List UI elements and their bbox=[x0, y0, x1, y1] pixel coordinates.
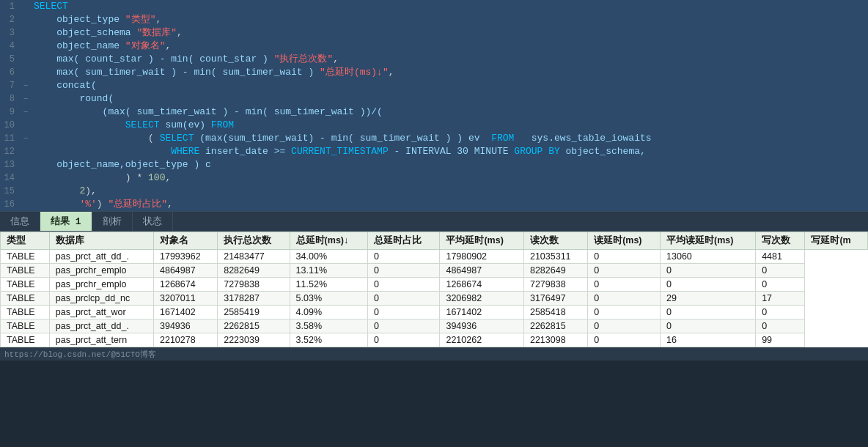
table-cell: 0 bbox=[368, 333, 440, 347]
table-cell: 4864987 bbox=[440, 264, 524, 278]
table-row: TABLEpas_prct_att_dd_.179939622148347734… bbox=[1, 250, 868, 264]
line-content: object_schema "数据库", bbox=[31, 26, 868, 40]
table-cell: 2223039 bbox=[218, 333, 290, 347]
line-number: 14 bbox=[0, 171, 21, 185]
table-cell: 7279838 bbox=[218, 278, 290, 292]
table-cell: 0 bbox=[756, 306, 805, 319]
table-cell: 0 bbox=[661, 319, 756, 333]
table-cell: pas_prchr_emplo bbox=[49, 278, 153, 292]
col-header-4[interactable]: 总延时(ms)↓ bbox=[290, 232, 367, 250]
table-cell: 8282649 bbox=[523, 264, 587, 278]
line-content: SELECT sum(ev) FROM bbox=[31, 119, 868, 132]
tab-result1[interactable]: 结果 1 bbox=[40, 212, 92, 231]
table-cell: 0 bbox=[588, 250, 661, 264]
line-number: 5 bbox=[0, 53, 21, 66]
table-cell: 29 bbox=[661, 292, 756, 306]
table-cell: 17980902 bbox=[440, 250, 524, 264]
col-header-1[interactable]: 数据库 bbox=[49, 232, 153, 250]
col-header-2[interactable]: 对象名 bbox=[154, 232, 218, 250]
table-cell: 0 bbox=[756, 278, 805, 292]
table-cell: 2210262 bbox=[440, 333, 524, 347]
table-cell: 0 bbox=[588, 264, 661, 278]
code-line: 12 WHERE insert_date >= CURRENT_TIMESTAM… bbox=[0, 145, 868, 158]
table-cell: 0 bbox=[588, 278, 661, 292]
code-line: 3 object_schema "数据库", bbox=[0, 26, 868, 40]
table-cell: 4.09% bbox=[290, 306, 367, 319]
line-content: '%') "总延时占比", bbox=[31, 198, 868, 211]
col-header-0[interactable]: 类型 bbox=[1, 232, 50, 250]
table-cell: 21483477 bbox=[218, 250, 290, 264]
code-line: 10 SELECT sum(ev) FROM bbox=[0, 119, 868, 132]
fold-indicator[interactable]: − bbox=[21, 92, 31, 106]
code-editor: 1SELECT2 object_type "类型",3 object_schem… bbox=[0, 0, 868, 211]
fold-indicator[interactable]: − bbox=[21, 106, 31, 119]
line-content: 2), bbox=[31, 185, 868, 198]
col-header-9[interactable]: 平均读延时(ms) bbox=[661, 232, 756, 250]
results-table: 类型数据库对象名执行总次数总延时(ms)↓总延时占比平均延时(ms)读次数读延时… bbox=[0, 232, 868, 347]
url-text: https://blog.csdn.net/@51CTO博客 bbox=[4, 349, 156, 360]
code-line: 2 object_type "类型", bbox=[0, 13, 868, 26]
table-cell: 0 bbox=[588, 333, 661, 347]
tab-status[interactable]: 状态 bbox=[133, 212, 173, 231]
table-cell: 2585418 bbox=[523, 306, 587, 319]
table-header: 类型数据库对象名执行总次数总延时(ms)↓总延时占比平均延时(ms)读次数读延时… bbox=[1, 232, 868, 250]
table-cell: 1671402 bbox=[154, 306, 218, 319]
table-cell: 17993962 bbox=[154, 250, 218, 264]
col-header-8[interactable]: 读延时(ms) bbox=[588, 232, 661, 250]
line-number: 16 bbox=[0, 198, 21, 211]
table-cell: 0 bbox=[588, 306, 661, 319]
results-area: 类型数据库对象名执行总次数总延时(ms)↓总延时占比平均延时(ms)读次数读延时… bbox=[0, 232, 868, 347]
table-cell: 5.03% bbox=[290, 292, 367, 306]
table-cell: 3178287 bbox=[218, 292, 290, 306]
table-cell: pas_prct_att_tern bbox=[49, 333, 153, 347]
code-line: 9− (max( sum_timer_wait ) - min( sum_tim… bbox=[0, 106, 868, 119]
line-content: object_name "对象名", bbox=[31, 40, 868, 53]
table-row: TABLEpas_prct_att_dd_.39493622628153.58%… bbox=[1, 319, 868, 333]
table-cell: 7279838 bbox=[523, 278, 587, 292]
code-line: 6 max( sum_timer_wait ) - min( sum_timer… bbox=[0, 66, 868, 79]
tabs-bar: 信息结果 1剖析状态 bbox=[0, 211, 868, 232]
table-cell: 394936 bbox=[440, 319, 524, 333]
line-content: object_name,object_type ) c bbox=[31, 158, 868, 171]
tab-info[interactable]: 信息 bbox=[0, 212, 40, 231]
fold-indicator[interactable]: − bbox=[21, 79, 31, 92]
fold-indicator[interactable]: − bbox=[21, 132, 31, 145]
table-cell: 394936 bbox=[154, 319, 218, 333]
table-cell: TABLE bbox=[1, 250, 50, 264]
table-row: TABLEpas_prchr_emplo4864987828264913.11%… bbox=[1, 264, 868, 278]
table-cell: 0 bbox=[588, 319, 661, 333]
table-cell: pas_prct_att_dd_. bbox=[49, 250, 153, 264]
line-content: ) * 100, bbox=[31, 171, 868, 185]
table-cell: 2213098 bbox=[523, 333, 587, 347]
table-cell: 0 bbox=[661, 306, 756, 319]
table-cell: 11.52% bbox=[290, 278, 367, 292]
col-header-10[interactable]: 写次数 bbox=[756, 232, 805, 250]
table-cell: 0 bbox=[588, 292, 661, 306]
col-header-6[interactable]: 平均延时(ms) bbox=[440, 232, 524, 250]
col-header-7[interactable]: 读次数 bbox=[523, 232, 587, 250]
table-body: TABLEpas_prct_att_dd_.179939622148347734… bbox=[1, 250, 868, 347]
code-line: 13 object_name,object_type ) c bbox=[0, 158, 868, 171]
col-header-5[interactable]: 总延时占比 bbox=[368, 232, 440, 250]
table-cell: 99 bbox=[756, 333, 805, 347]
table-cell: TABLE bbox=[1, 306, 50, 319]
line-number: 6 bbox=[0, 66, 21, 79]
code-line: 7− concat( bbox=[0, 79, 868, 92]
table-cell: 0 bbox=[756, 319, 805, 333]
line-content: max( sum_timer_wait ) - min( sum_timer_w… bbox=[31, 66, 868, 79]
code-line: 15 2), bbox=[0, 185, 868, 198]
col-header-11[interactable]: 写延时(m bbox=[805, 232, 868, 250]
table-cell: 0 bbox=[661, 264, 756, 278]
table-cell: 21035311 bbox=[523, 250, 587, 264]
table-cell: 0 bbox=[368, 319, 440, 333]
table-cell: 0 bbox=[368, 250, 440, 264]
table-cell: 2262815 bbox=[218, 319, 290, 333]
col-header-3[interactable]: 执行总次数 bbox=[218, 232, 290, 250]
table-cell: pas_prchr_emplo bbox=[49, 264, 153, 278]
line-number: 3 bbox=[0, 26, 21, 40]
table-cell: 2210278 bbox=[154, 333, 218, 347]
table-cell: 0 bbox=[368, 306, 440, 319]
tab-analyze[interactable]: 剖析 bbox=[92, 212, 133, 231]
table-cell: 3206982 bbox=[440, 292, 524, 306]
table-cell: 34.00% bbox=[290, 250, 367, 264]
